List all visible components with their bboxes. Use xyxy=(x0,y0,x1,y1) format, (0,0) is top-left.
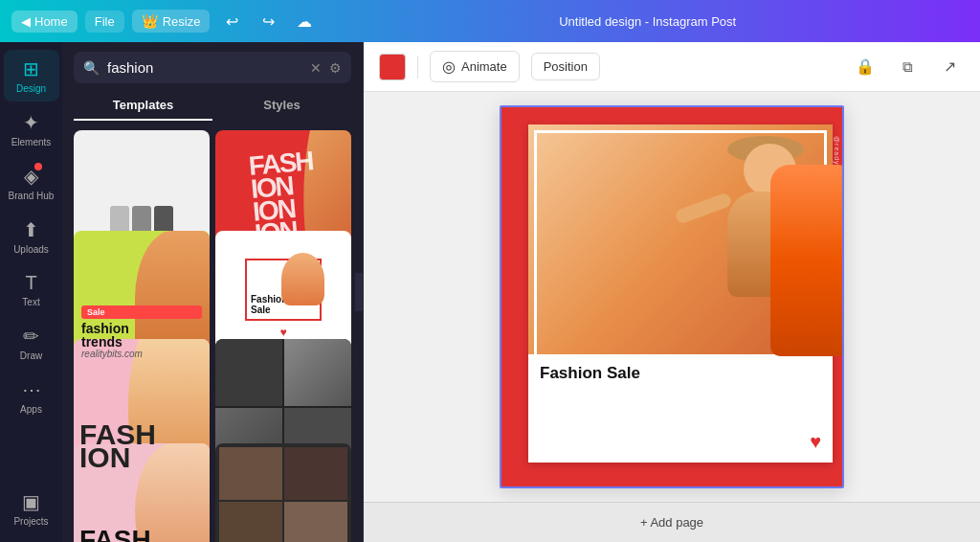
search-bar: 🔍 ✕ ⚙ xyxy=(74,52,351,83)
panel-collapse-handle[interactable]: ‹ xyxy=(355,273,364,311)
add-page-label[interactable]: + Add page xyxy=(640,515,703,530)
file-label: File xyxy=(95,14,115,29)
redo-icon: ↪ xyxy=(262,12,275,31)
sidebar-item-uploads[interactable]: ⬆ Uploads xyxy=(4,211,59,262)
main-area: ⊞ Design ✦ Elements ◈ Brand Hub ⬆ Upload… xyxy=(0,42,980,542)
brand-hub-icon: ◈ xyxy=(24,165,38,188)
home-button[interactable]: ◀ Home xyxy=(11,11,78,33)
sidebar-item-brand-hub[interactable]: ◈ Brand Hub xyxy=(4,157,59,209)
card-text-area: Fashion Sale ♥ xyxy=(528,354,833,463)
sidebar-item-text[interactable]: T Text xyxy=(4,264,59,315)
templates-panel: 🔍 ✕ ⚙ Templates Styles ROOM xyxy=(62,42,364,542)
duplicate-button[interactable]: ⧉ xyxy=(892,52,923,82)
position-label: Position xyxy=(544,59,588,74)
uploads-icon: ⬆ xyxy=(23,218,39,241)
redo-button[interactable]: ↪ xyxy=(254,7,282,35)
undo-icon: ↩ xyxy=(226,12,238,31)
top-nav: ◀ Home File 👑 Resize ↩ ↪ ☁ Untitled desi… xyxy=(0,0,980,42)
search-clear-button[interactable]: ✕ xyxy=(310,60,322,76)
animate-button[interactable]: ◎ Animate xyxy=(430,51,520,82)
tab-styles[interactable]: Styles xyxy=(212,91,351,121)
fashion-card: Fashion Sale ♥ xyxy=(528,124,833,463)
duplicate-icon: ⧉ xyxy=(902,58,913,76)
text-icon: T xyxy=(25,272,36,294)
apps-icon: ⋯ xyxy=(22,378,41,401)
undo-button[interactable]: ↩ xyxy=(217,7,246,35)
draw-icon: ✏ xyxy=(23,325,39,348)
more-options-button[interactable]: ↗ xyxy=(934,52,965,82)
cloud-icon: ☁ xyxy=(297,12,312,31)
canvas-wrapper[interactable]: Fashion Sale ♥ @readyplaces xyxy=(364,92,980,502)
sidebar-item-draw[interactable]: ✏ Draw xyxy=(4,317,59,369)
heart-icon: ♥ xyxy=(810,431,821,453)
side-watermark: @readyplaces xyxy=(834,136,840,191)
more-icon: ↗ xyxy=(944,57,956,76)
add-page-bar[interactable]: + Add page xyxy=(364,502,980,542)
design-canvas[interactable]: Fashion Sale ♥ @readyplaces xyxy=(500,105,844,488)
sidebar-item-apps[interactable]: ⋯ Apps xyxy=(4,371,59,422)
sidebar-item-design[interactable]: ⊞ Design xyxy=(4,50,59,102)
search-icon: 🔍 xyxy=(83,60,100,76)
panel-tabs: Templates Styles xyxy=(74,91,351,121)
lock-icon: 🔒 xyxy=(856,57,875,76)
sidebar-item-projects[interactable]: ▣ Projects xyxy=(4,483,59,534)
toolbar: ◎ Animate Position 🔒 ⧉ ↗ xyxy=(364,42,980,92)
file-button[interactable]: File xyxy=(85,11,124,33)
lock-button[interactable]: 🔒 xyxy=(850,52,880,82)
canvas-area: ◎ Animate Position 🔒 ⧉ ↗ xyxy=(364,42,980,542)
projects-icon: ▣ xyxy=(22,490,40,513)
fashion-sale-title: Fashion Sale xyxy=(540,364,821,383)
cloud-save-button[interactable]: ☁ xyxy=(290,7,319,35)
icon-sidebar: ⊞ Design ✦ Elements ◈ Brand Hub ⬆ Upload… xyxy=(0,42,62,542)
position-button[interactable]: Position xyxy=(531,53,600,80)
doc-title: Untitled design - Instagram Post xyxy=(559,14,736,29)
design-icon: ⊞ xyxy=(23,57,39,80)
elements-icon: ✦ xyxy=(23,111,39,134)
home-label: Home xyxy=(34,14,68,29)
card-image-area xyxy=(528,124,833,354)
resize-label: Resize xyxy=(163,14,201,29)
sidebar-item-elements[interactable]: ✦ Elements xyxy=(4,103,59,155)
template-card-green[interactable]: Sale fashiontrends realitybits.com xyxy=(74,231,210,367)
search-filter-button[interactable]: ⚙ xyxy=(329,60,342,76)
search-input[interactable] xyxy=(107,59,302,76)
templates-grid: ROOM FASHIONIONION Sale fashiontrends re… xyxy=(62,130,363,542)
animate-icon: ◎ xyxy=(442,57,456,76)
color-swatch[interactable] xyxy=(379,54,406,80)
tab-templates[interactable]: Templates xyxy=(74,91,212,121)
toolbar-divider-1 xyxy=(417,56,418,79)
animate-label: Animate xyxy=(461,59,507,74)
template-card-summer[interactable]: SUMMER DRESS readyplaces.com xyxy=(215,443,351,542)
crown-icon: 👑 xyxy=(142,13,158,29)
resize-button[interactable]: 👑 Resize xyxy=(132,10,211,33)
home-arrow-icon: ◀ xyxy=(21,14,31,29)
